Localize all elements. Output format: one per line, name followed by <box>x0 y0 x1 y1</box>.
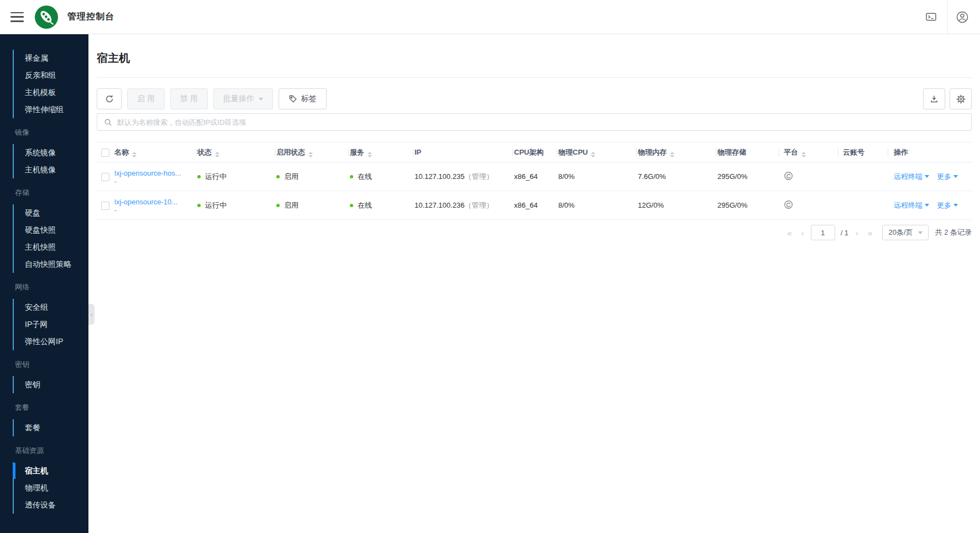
page-title: 宿主机 <box>97 51 972 66</box>
sidebar-collapse-handle[interactable]: ‹ <box>88 304 95 325</box>
column-header-enable_status[interactable]: 启用状态 <box>275 143 349 162</box>
refresh-button[interactable] <box>97 88 122 109</box>
remote-terminal-action[interactable]: 远程终端 <box>894 200 929 210</box>
search-bar <box>97 113 972 131</box>
cell-enable_status: 启用 <box>275 162 349 191</box>
disable-button[interactable]: 禁 用 <box>170 88 208 109</box>
sidebar-group: 硬盘硬盘快照主机快照自动快照策略 <box>13 204 88 273</box>
column-header-phys_mem[interactable]: 物理内存 <box>637 143 716 162</box>
download-icon <box>930 94 939 103</box>
host-name-link[interactable]: lxj-opensource-10... <box>114 198 196 206</box>
sidebar-item[interactable]: IP子网 <box>14 316 88 333</box>
host-name-sub: - <box>114 179 196 184</box>
table-row: lxj-opensource-10...-运行中启用在线10.127.100.2… <box>97 191 972 220</box>
sort-icon[interactable] <box>215 152 219 157</box>
sidebar-section-label: 密钥 <box>0 360 88 370</box>
more-actions[interactable]: 更多 <box>937 172 958 182</box>
next-page-button[interactable]: › <box>851 228 863 238</box>
sidebar-item[interactable]: 主机模板 <box>14 84 88 101</box>
prev-page-button[interactable]: ‹ <box>796 228 809 238</box>
sidebar-item[interactable]: 密钥 <box>14 376 88 393</box>
column-header-actions: 操作 <box>888 143 972 162</box>
page-size-select[interactable]: 20条/页 <box>882 225 928 240</box>
pagination: « ‹ / 1 › » 20条/页 共 2 条记录 <box>97 225 972 240</box>
host-name-link[interactable]: lxj-opensource-hos... <box>114 169 196 177</box>
sidebar-item[interactable]: 系统镜像 <box>14 144 88 161</box>
table-settings-button[interactable] <box>950 88 972 109</box>
cell-phys_mem: 12G/0% <box>637 191 716 220</box>
cell-actions: 远程终端更多 <box>888 162 972 191</box>
app-title: 管理控制台 <box>67 11 114 23</box>
column-header-platform[interactable]: 平台 <box>779 143 838 162</box>
row-checkbox[interactable] <box>101 202 109 210</box>
select-all-checkbox[interactable] <box>101 149 109 157</box>
export-button[interactable] <box>923 88 945 109</box>
column-header-service[interactable]: 服务 <box>349 143 413 162</box>
sidebar-item[interactable]: 透传设备 <box>14 497 88 514</box>
enable-button[interactable]: 启 用 <box>127 88 165 109</box>
sidebar-item[interactable]: 主机镜像 <box>14 161 88 178</box>
cell-phys_cpu: 8/0% <box>557 191 637 220</box>
user-menu-button[interactable] <box>951 6 973 28</box>
column-header-phys_storage: 物理存储 <box>716 143 779 162</box>
sort-icon[interactable] <box>368 152 372 157</box>
sidebar-nav: 裸金属反亲和组主机模板弹性伸缩组镜像系统镜像主机镜像存储硬盘硬盘快照主机快照自动… <box>0 50 88 514</box>
sidebar-item[interactable]: 物理机 <box>14 479 88 497</box>
column-header-phys_cpu[interactable]: 物理CPU <box>557 143 637 162</box>
column-label: 名称 <box>114 148 129 156</box>
table-header-row: 名称状态启用状态服务IPCPU架构物理CPU物理内存物理存储平台云账号操作 <box>97 143 972 162</box>
sidebar-item[interactable]: 硬盘 <box>14 204 88 221</box>
sidebar-item[interactable]: 硬盘快照 <box>14 221 88 239</box>
sidebar-item[interactable]: 弹性伸缩组 <box>14 101 88 118</box>
terminal-button[interactable] <box>920 6 942 28</box>
column-header-cpu_arch: CPU架构 <box>513 143 557 162</box>
sort-icon[interactable] <box>670 152 674 157</box>
page-number-input[interactable] <box>811 225 835 240</box>
tag-button[interactable]: 标签 <box>279 88 327 109</box>
column-header-name[interactable]: 名称 <box>113 143 196 162</box>
sidebar-item-active[interactable]: 宿主机 <box>14 462 88 479</box>
cell-phys_storage: 295G/0% <box>716 162 779 191</box>
sidebar: 裸金属反亲和组主机模板弹性伸缩组镜像系统镜像主机镜像存储硬盘硬盘快照主机快照自动… <box>0 34 88 533</box>
sidebar-item[interactable]: 套餐 <box>14 419 88 436</box>
column-header-ip: IP <box>413 143 513 162</box>
search-input[interactable] <box>117 118 965 126</box>
sidebar-item[interactable]: 裸金属 <box>14 50 88 67</box>
column-label: 物理存储 <box>717 148 746 156</box>
status-text: 启用 <box>284 172 298 181</box>
cell-phys_storage: 295G/0% <box>716 191 779 220</box>
sort-icon[interactable] <box>308 152 313 157</box>
sidebar-item[interactable]: 反亲和组 <box>14 67 88 84</box>
sidebar-item[interactable]: 自动快照策略 <box>14 256 88 273</box>
status-dot <box>197 175 201 178</box>
sort-icon[interactable] <box>591 152 595 157</box>
first-page-button[interactable]: « <box>782 228 796 238</box>
column-header-cloud_account: 云账号 <box>838 143 888 162</box>
cell-ip: 10.127.100.236（管理） <box>413 191 513 220</box>
sidebar-item[interactable]: 安全组 <box>14 299 88 316</box>
main-content: 宿主机 启 用 禁 用 批量操作 标签 <box>88 34 980 533</box>
refresh-icon <box>105 94 114 103</box>
column-header-status[interactable]: 状态 <box>196 143 275 162</box>
sidebar-group: 密钥 <box>13 376 88 393</box>
sort-icon[interactable] <box>132 152 137 157</box>
sidebar-section-label: 基础资源 <box>0 446 88 456</box>
cell-ip: 10.127.100.235（管理） <box>413 162 513 191</box>
sidebar-group: 系统镜像主机镜像 <box>13 144 88 178</box>
menu-icon[interactable] <box>11 12 24 22</box>
column-label: 服务 <box>350 148 364 156</box>
cell-service: 在线 <box>349 162 413 191</box>
sidebar-item[interactable]: 弹性公网IP <box>14 333 88 350</box>
sort-icon[interactable] <box>801 152 806 157</box>
status-dot <box>350 175 353 178</box>
batch-actions-button[interactable]: 批量操作 <box>213 88 273 109</box>
row-checkbox[interactable] <box>101 173 109 181</box>
last-page-button[interactable]: » <box>863 228 877 238</box>
toolbar: 启 用 禁 用 批量操作 标签 <box>97 88 972 109</box>
sidebar-item[interactable]: 主机快照 <box>14 239 88 256</box>
column-label: 操作 <box>894 148 908 156</box>
total-pages: / 1 <box>841 229 848 237</box>
more-actions[interactable]: 更多 <box>937 200 958 210</box>
remote-terminal-action[interactable]: 远程终端 <box>894 172 929 182</box>
chevron-down-icon <box>918 231 923 234</box>
